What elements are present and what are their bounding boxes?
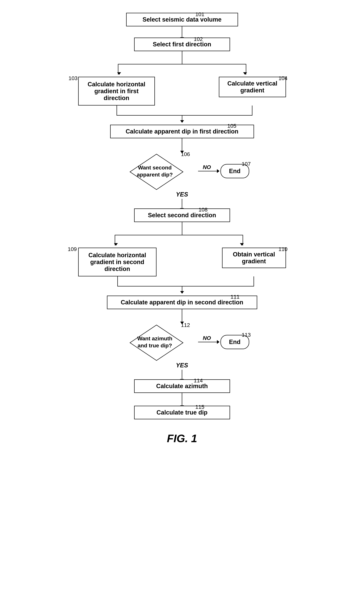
node-114: Calculate azimuth	[134, 379, 230, 393]
node-number-111: 111	[231, 294, 240, 300]
arrow-104	[243, 72, 247, 75]
node-113-wrap: 113 End	[221, 335, 249, 349]
no-arrow-113	[217, 340, 220, 344]
line-110-down	[254, 276, 254, 286]
node-103: Calculate horizontal gradient in first d…	[78, 77, 155, 106]
node-number-109: 109	[68, 246, 77, 252]
diagram: 101 Select seismic data volume 102 Selec…	[70, 13, 294, 445]
row-106-107: 106 Want second apparent dip? NO 107	[78, 151, 286, 191]
yes-branch-112: YES	[176, 362, 188, 379]
yes-label-106: YES	[176, 191, 188, 198]
fig-caption: FIG. 1	[167, 432, 197, 445]
node-115: Calculate true dip	[134, 406, 230, 419]
node-number-102: 102	[194, 36, 203, 42]
no-arrow	[217, 169, 220, 173]
node-102: Select first direction	[134, 38, 230, 51]
node-109: Calculate horizontal gradient in second …	[78, 248, 157, 276]
node-number-108: 108	[199, 207, 208, 213]
arrow-yes-112	[182, 370, 182, 379]
line-horiz-split2	[115, 235, 243, 235]
arrow-114-115	[182, 393, 182, 406]
diamond-106: Want second apparent dip?	[129, 153, 180, 189]
row-112-113: 112 Want azimuth and true dip? NO 113	[78, 322, 286, 362]
node-number-115: 115	[195, 404, 204, 410]
line-102-split	[182, 51, 182, 64]
merge-103-104	[78, 106, 286, 125]
node-number-107: 107	[242, 161, 251, 167]
diamond-106-wrap: 106 Want second apparent dip?	[115, 151, 195, 191]
node-number-114: 114	[194, 378, 203, 384]
node-103-wrap: 103 Calculate horizontal gradient in fir…	[78, 77, 155, 106]
yes-branch-106: YES	[176, 191, 188, 209]
arrow-111	[180, 291, 184, 294]
node-104: Calculate vertical gradient	[219, 77, 286, 97]
page: 101 Select seismic data volume 102 Selec…	[0, 0, 364, 599]
row-109-110: 109 Calculate horizontal gradient in sec…	[78, 248, 286, 276]
arrow-111-112	[182, 309, 182, 322]
row-103-104: 103 Calculate horizontal gradient in fir…	[78, 77, 286, 106]
arrow-110	[240, 243, 244, 246]
branch-108	[86, 222, 278, 248]
merge-horiz	[116, 115, 252, 115]
node-104-wrap: 104 Calculate vertical gradient	[219, 77, 286, 97]
no-branch-113: NO 113 End	[198, 335, 249, 349]
node-101: Select seismic data volume	[126, 13, 238, 26]
line-horiz-split	[118, 64, 246, 64]
node-number-104: 104	[278, 75, 288, 81]
node-115-wrap: 115 Calculate true dip	[70, 406, 294, 419]
arrow-109	[114, 243, 118, 246]
node-108-wrap: 108 Select second direction	[70, 209, 294, 222]
node-number-113: 113	[242, 332, 251, 338]
node-109-wrap: 109 Calculate horizontal gradient in sec…	[78, 248, 157, 276]
branch-102	[86, 51, 278, 77]
line-109-down	[117, 276, 118, 286]
node-number-101: 101	[195, 11, 204, 18]
line-103-down	[116, 106, 117, 115]
node-number-105: 105	[227, 123, 236, 129]
no-line	[198, 171, 217, 171]
line-108-split	[182, 222, 182, 235]
diamond-112: Want azimuth and true dip?	[129, 324, 180, 360]
diamond-112-wrap: 112 Want azimuth and true dip?	[115, 322, 195, 362]
node-110-wrap: 110 Obtain vertical gradient	[222, 248, 286, 268]
node-105-wrap: 105 Calculate apparent dip in first dire…	[70, 125, 294, 138]
merge-109-110	[78, 276, 286, 296]
node-111-wrap: 111 Calculate apparent dip in second dir…	[70, 296, 294, 309]
node-number-110: 110	[278, 246, 288, 252]
line-104-down	[252, 106, 252, 115]
node-107-wrap: 107 End	[221, 164, 249, 178]
arrow-105	[180, 120, 184, 123]
no-line-113	[198, 342, 217, 342]
no-label-113: NO	[203, 335, 211, 341]
node-110: Obtain vertical gradient	[222, 248, 286, 268]
node-number-103: 103	[69, 75, 78, 81]
arrow-101-102	[182, 26, 182, 38]
node-108: Select second direction	[134, 209, 230, 222]
merge-horiz2	[117, 286, 254, 286]
arrow-103	[117, 72, 121, 75]
no-label: NO	[203, 164, 211, 170]
arrow-105-106	[182, 138, 182, 151]
yes-label-112: YES	[176, 362, 188, 369]
arrow-yes-106	[182, 199, 182, 209]
node-114-wrap: 114 Calculate azimuth	[70, 379, 294, 393]
no-branch: NO 107 End	[198, 164, 249, 178]
